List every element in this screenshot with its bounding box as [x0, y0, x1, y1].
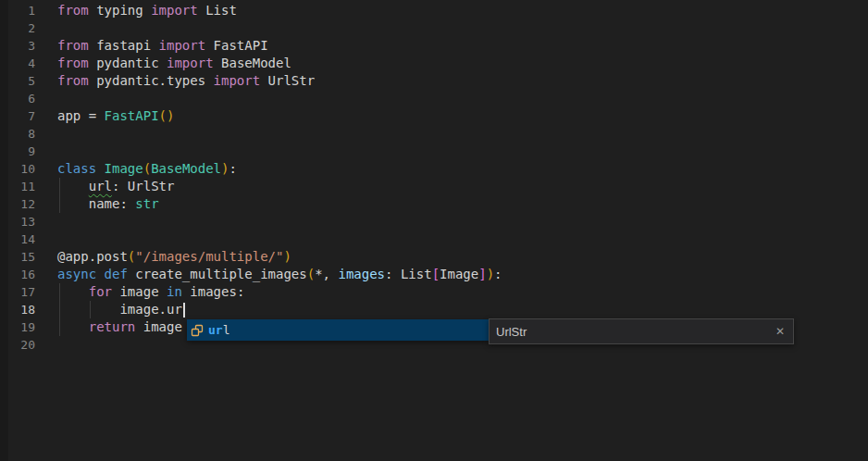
- line-number[interactable]: 5: [0, 72, 35, 90]
- code-token: image.ur: [57, 302, 182, 317]
- close-icon[interactable]: ✕: [767, 325, 793, 338]
- code-line-11[interactable]: 11 url: UrlStr: [0, 178, 868, 195]
- code-token: BaseModel: [214, 56, 291, 70]
- code-line-17[interactable]: 17 for image in images:: [0, 283, 868, 301]
- code-token: Image: [440, 267, 478, 281]
- line-number[interactable]: 14: [0, 230, 35, 248]
- code-token: app =: [57, 108, 105, 123]
- line-number[interactable]: 10: [0, 160, 35, 178]
- suggestion-detail-pane: UrlStr ✕: [489, 318, 794, 344]
- code-area: 1from typing import List23from fastapi i…: [0, 2, 868, 354]
- line-number[interactable]: 7: [0, 107, 35, 125]
- indent-guide: [59, 178, 60, 213]
- line-content: for image in images:: [57, 283, 244, 301]
- code-token: [: [432, 267, 440, 281]
- line-number[interactable]: 15: [0, 248, 35, 266]
- code-token: (: [307, 267, 315, 281]
- code-token: FastAPI: [205, 38, 267, 53]
- code-token: from: [57, 73, 89, 88]
- code-token: ): [283, 249, 291, 264]
- code-token: from: [57, 3, 89, 18]
- line-number[interactable]: 20: [0, 336, 35, 354]
- code-token: image: [112, 284, 167, 299]
- code-token: [57, 179, 89, 193]
- code-token: (: [143, 161, 151, 176]
- code-token: FastAPI: [105, 108, 159, 123]
- code-token: : UrlStr: [112, 179, 174, 193]
- code-line-5[interactable]: 5from pydantic.types import UrlStr: [0, 72, 868, 90]
- code-line-4[interactable]: 4from pydantic import BaseModel: [0, 55, 868, 72]
- code-token: UrlStr: [260, 73, 315, 88]
- suggestion-detail-title: UrlStr: [490, 325, 767, 339]
- code-line-12[interactable]: 12 name: str: [0, 195, 868, 213]
- suggestion-item-url[interactable]: url: [187, 319, 489, 341]
- indent-guide: [59, 283, 60, 336]
- code-token: for: [89, 284, 112, 299]
- code-line-2[interactable]: 2: [0, 19, 868, 37]
- line-content: return image: [57, 318, 182, 336]
- code-token: : List: [385, 267, 432, 281]
- line-number[interactable]: 6: [0, 90, 35, 107]
- line-number[interactable]: 9: [0, 143, 35, 160]
- code-token: typing: [89, 3, 151, 18]
- line-number[interactable]: 2: [0, 19, 35, 37]
- code-token: ): [487, 267, 494, 281]
- code-token: (): [159, 108, 175, 123]
- code-token: class: [57, 161, 105, 176]
- line-number[interactable]: 17: [0, 283, 35, 301]
- line-content: async def create_multiple_images(*, imag…: [57, 266, 502, 283]
- code-line-10[interactable]: 10class Image(BaseModel):: [0, 160, 868, 178]
- code-token: in: [167, 284, 182, 299]
- line-number[interactable]: 13: [0, 213, 35, 230]
- line-number[interactable]: 8: [0, 125, 35, 143]
- line-content: @app.post("/images/multiple/"): [57, 248, 291, 266]
- code-token: images:: [182, 284, 244, 299]
- code-line-18[interactable]: 18 image.ur: [0, 301, 868, 318]
- line-number[interactable]: 4: [0, 55, 35, 72]
- code-line-15[interactable]: 15@app.post("/images/multiple/"): [0, 248, 868, 266]
- line-number[interactable]: 12: [0, 195, 35, 213]
- code-token: *,: [315, 267, 338, 281]
- code-token: @app.post: [57, 249, 128, 264]
- line-content: class Image(BaseModel):: [57, 160, 237, 178]
- code-token: str: [135, 196, 158, 211]
- code-line-7[interactable]: 7app = FastAPI(): [0, 107, 868, 125]
- line-content: url: UrlStr: [57, 178, 174, 195]
- code-token: ]: [478, 267, 486, 281]
- code-token: Image: [105, 161, 143, 176]
- code-token: pydantic.types: [89, 73, 214, 88]
- code-line-16[interactable]: 16async def create_multiple_images(*, im…: [0, 266, 868, 283]
- line-content: image.ur: [57, 301, 185, 318]
- code-token: import: [159, 38, 206, 53]
- code-token: name:: [57, 196, 135, 211]
- code-token: image: [135, 319, 182, 334]
- line-number[interactable]: 11: [0, 178, 35, 195]
- code-line-13[interactable]: 13: [0, 213, 868, 230]
- line-content: app = FastAPI(): [57, 107, 174, 125]
- code-token: images: [338, 267, 385, 281]
- code-token: from: [57, 56, 89, 70]
- code-token: import: [151, 3, 198, 18]
- code-token: fastapi: [89, 38, 159, 53]
- code-line-3[interactable]: 3from fastapi import FastAPI: [0, 37, 868, 55]
- code-token: :: [494, 267, 502, 281]
- code-line-8[interactable]: 8: [0, 125, 868, 143]
- code-token: [57, 319, 89, 334]
- line-content: from pydantic.types import UrlStr: [57, 72, 315, 90]
- line-content: from typing import List: [57, 2, 237, 19]
- token-with-warning-squiggle: url: [89, 179, 112, 193]
- field-icon: [190, 323, 205, 338]
- line-content: name: str: [57, 195, 159, 213]
- line-content: from fastapi import FastAPI: [57, 37, 268, 55]
- line-number[interactable]: 1: [0, 2, 35, 19]
- line-number[interactable]: 16: [0, 266, 35, 283]
- code-line-6[interactable]: 6: [0, 90, 868, 107]
- code-token: List: [198, 3, 237, 18]
- code-token: from: [57, 38, 89, 53]
- code-line-1[interactable]: 1from typing import List: [0, 2, 868, 19]
- line-number[interactable]: 19: [0, 318, 35, 336]
- code-line-9[interactable]: 9: [0, 143, 868, 160]
- line-number[interactable]: 18: [0, 301, 35, 318]
- line-number[interactable]: 3: [0, 37, 35, 55]
- code-line-14[interactable]: 14: [0, 230, 868, 248]
